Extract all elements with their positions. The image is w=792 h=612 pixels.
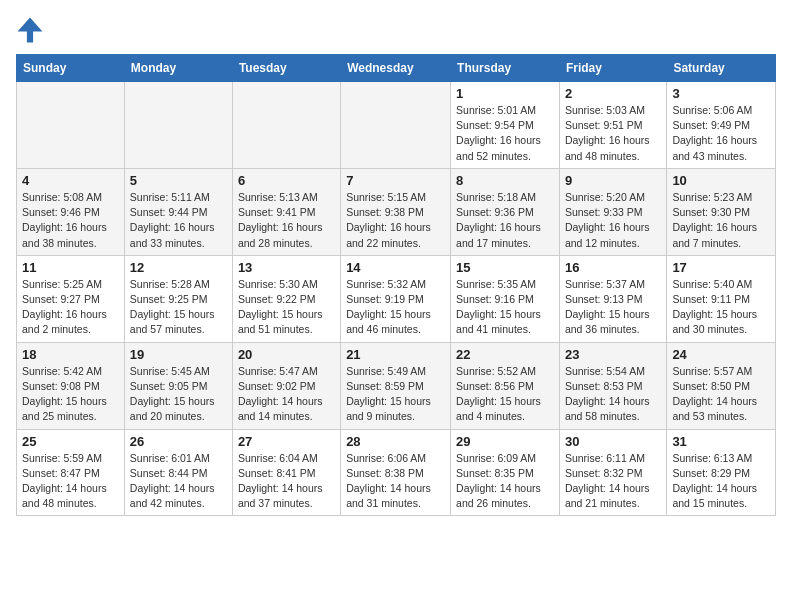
day-number: 5 bbox=[130, 173, 227, 188]
day-cell: 12Sunrise: 5:28 AM Sunset: 9:25 PM Dayli… bbox=[124, 255, 232, 342]
day-number: 8 bbox=[456, 173, 554, 188]
day-cell bbox=[124, 82, 232, 169]
column-header-friday: Friday bbox=[559, 55, 666, 82]
day-number: 26 bbox=[130, 434, 227, 449]
day-number: 1 bbox=[456, 86, 554, 101]
week-row-2: 4Sunrise: 5:08 AM Sunset: 9:46 PM Daylig… bbox=[17, 168, 776, 255]
day-cell: 30Sunrise: 6:11 AM Sunset: 8:32 PM Dayli… bbox=[559, 429, 666, 516]
day-number: 20 bbox=[238, 347, 335, 362]
day-cell: 9Sunrise: 5:20 AM Sunset: 9:33 PM Daylig… bbox=[559, 168, 666, 255]
day-cell: 10Sunrise: 5:23 AM Sunset: 9:30 PM Dayli… bbox=[667, 168, 776, 255]
day-cell: 2Sunrise: 5:03 AM Sunset: 9:51 PM Daylig… bbox=[559, 82, 666, 169]
day-cell: 21Sunrise: 5:49 AM Sunset: 8:59 PM Dayli… bbox=[341, 342, 451, 429]
day-info: Sunrise: 6:13 AM Sunset: 8:29 PM Dayligh… bbox=[672, 451, 770, 512]
logo bbox=[16, 16, 48, 44]
day-cell: 17Sunrise: 5:40 AM Sunset: 9:11 PM Dayli… bbox=[667, 255, 776, 342]
day-info: Sunrise: 5:47 AM Sunset: 9:02 PM Dayligh… bbox=[238, 364, 335, 425]
day-cell: 6Sunrise: 5:13 AM Sunset: 9:41 PM Daylig… bbox=[232, 168, 340, 255]
day-cell: 15Sunrise: 5:35 AM Sunset: 9:16 PM Dayli… bbox=[451, 255, 560, 342]
day-cell: 11Sunrise: 5:25 AM Sunset: 9:27 PM Dayli… bbox=[17, 255, 125, 342]
day-number: 13 bbox=[238, 260, 335, 275]
column-header-monday: Monday bbox=[124, 55, 232, 82]
day-info: Sunrise: 6:09 AM Sunset: 8:35 PM Dayligh… bbox=[456, 451, 554, 512]
day-info: Sunrise: 5:42 AM Sunset: 9:08 PM Dayligh… bbox=[22, 364, 119, 425]
day-info: Sunrise: 6:01 AM Sunset: 8:44 PM Dayligh… bbox=[130, 451, 227, 512]
day-number: 11 bbox=[22, 260, 119, 275]
day-cell: 23Sunrise: 5:54 AM Sunset: 8:53 PM Dayli… bbox=[559, 342, 666, 429]
day-info: Sunrise: 5:13 AM Sunset: 9:41 PM Dayligh… bbox=[238, 190, 335, 251]
day-cell: 24Sunrise: 5:57 AM Sunset: 8:50 PM Dayli… bbox=[667, 342, 776, 429]
week-row-4: 18Sunrise: 5:42 AM Sunset: 9:08 PM Dayli… bbox=[17, 342, 776, 429]
day-number: 18 bbox=[22, 347, 119, 362]
day-info: Sunrise: 5:49 AM Sunset: 8:59 PM Dayligh… bbox=[346, 364, 445, 425]
day-number: 19 bbox=[130, 347, 227, 362]
day-cell: 7Sunrise: 5:15 AM Sunset: 9:38 PM Daylig… bbox=[341, 168, 451, 255]
column-header-thursday: Thursday bbox=[451, 55, 560, 82]
day-number: 24 bbox=[672, 347, 770, 362]
day-info: Sunrise: 5:32 AM Sunset: 9:19 PM Dayligh… bbox=[346, 277, 445, 338]
page-header bbox=[16, 16, 776, 44]
day-number: 30 bbox=[565, 434, 661, 449]
day-info: Sunrise: 6:06 AM Sunset: 8:38 PM Dayligh… bbox=[346, 451, 445, 512]
day-number: 29 bbox=[456, 434, 554, 449]
day-cell: 1Sunrise: 5:01 AM Sunset: 9:54 PM Daylig… bbox=[451, 82, 560, 169]
day-number: 16 bbox=[565, 260, 661, 275]
day-cell: 5Sunrise: 5:11 AM Sunset: 9:44 PM Daylig… bbox=[124, 168, 232, 255]
column-header-tuesday: Tuesday bbox=[232, 55, 340, 82]
column-header-saturday: Saturday bbox=[667, 55, 776, 82]
day-number: 28 bbox=[346, 434, 445, 449]
day-number: 7 bbox=[346, 173, 445, 188]
day-cell: 14Sunrise: 5:32 AM Sunset: 9:19 PM Dayli… bbox=[341, 255, 451, 342]
day-number: 31 bbox=[672, 434, 770, 449]
day-number: 12 bbox=[130, 260, 227, 275]
week-row-3: 11Sunrise: 5:25 AM Sunset: 9:27 PM Dayli… bbox=[17, 255, 776, 342]
day-cell: 31Sunrise: 6:13 AM Sunset: 8:29 PM Dayli… bbox=[667, 429, 776, 516]
day-info: Sunrise: 5:25 AM Sunset: 9:27 PM Dayligh… bbox=[22, 277, 119, 338]
calendar-header: SundayMondayTuesdayWednesdayThursdayFrid… bbox=[17, 55, 776, 82]
column-header-wednesday: Wednesday bbox=[341, 55, 451, 82]
day-info: Sunrise: 6:04 AM Sunset: 8:41 PM Dayligh… bbox=[238, 451, 335, 512]
week-row-1: 1Sunrise: 5:01 AM Sunset: 9:54 PM Daylig… bbox=[17, 82, 776, 169]
day-number: 4 bbox=[22, 173, 119, 188]
day-info: Sunrise: 5:59 AM Sunset: 8:47 PM Dayligh… bbox=[22, 451, 119, 512]
day-cell: 19Sunrise: 5:45 AM Sunset: 9:05 PM Dayli… bbox=[124, 342, 232, 429]
day-number: 2 bbox=[565, 86, 661, 101]
day-info: Sunrise: 5:18 AM Sunset: 9:36 PM Dayligh… bbox=[456, 190, 554, 251]
header-row: SundayMondayTuesdayWednesdayThursdayFrid… bbox=[17, 55, 776, 82]
day-info: Sunrise: 5:01 AM Sunset: 9:54 PM Dayligh… bbox=[456, 103, 554, 164]
day-info: Sunrise: 5:15 AM Sunset: 9:38 PM Dayligh… bbox=[346, 190, 445, 251]
day-cell: 22Sunrise: 5:52 AM Sunset: 8:56 PM Dayli… bbox=[451, 342, 560, 429]
day-number: 3 bbox=[672, 86, 770, 101]
day-number: 27 bbox=[238, 434, 335, 449]
day-info: Sunrise: 6:11 AM Sunset: 8:32 PM Dayligh… bbox=[565, 451, 661, 512]
day-cell: 18Sunrise: 5:42 AM Sunset: 9:08 PM Dayli… bbox=[17, 342, 125, 429]
day-cell: 8Sunrise: 5:18 AM Sunset: 9:36 PM Daylig… bbox=[451, 168, 560, 255]
day-cell: 16Sunrise: 5:37 AM Sunset: 9:13 PM Dayli… bbox=[559, 255, 666, 342]
day-info: Sunrise: 5:08 AM Sunset: 9:46 PM Dayligh… bbox=[22, 190, 119, 251]
day-cell: 13Sunrise: 5:30 AM Sunset: 9:22 PM Dayli… bbox=[232, 255, 340, 342]
day-cell: 27Sunrise: 6:04 AM Sunset: 8:41 PM Dayli… bbox=[232, 429, 340, 516]
day-number: 15 bbox=[456, 260, 554, 275]
day-cell: 29Sunrise: 6:09 AM Sunset: 8:35 PM Dayli… bbox=[451, 429, 560, 516]
week-row-5: 25Sunrise: 5:59 AM Sunset: 8:47 PM Dayli… bbox=[17, 429, 776, 516]
calendar-body: 1Sunrise: 5:01 AM Sunset: 9:54 PM Daylig… bbox=[17, 82, 776, 516]
day-cell: 3Sunrise: 5:06 AM Sunset: 9:49 PM Daylig… bbox=[667, 82, 776, 169]
day-cell: 4Sunrise: 5:08 AM Sunset: 9:46 PM Daylig… bbox=[17, 168, 125, 255]
day-cell bbox=[17, 82, 125, 169]
day-number: 14 bbox=[346, 260, 445, 275]
day-info: Sunrise: 5:30 AM Sunset: 9:22 PM Dayligh… bbox=[238, 277, 335, 338]
day-cell: 26Sunrise: 6:01 AM Sunset: 8:44 PM Dayli… bbox=[124, 429, 232, 516]
day-info: Sunrise: 5:40 AM Sunset: 9:11 PM Dayligh… bbox=[672, 277, 770, 338]
day-info: Sunrise: 5:45 AM Sunset: 9:05 PM Dayligh… bbox=[130, 364, 227, 425]
day-number: 6 bbox=[238, 173, 335, 188]
day-info: Sunrise: 5:03 AM Sunset: 9:51 PM Dayligh… bbox=[565, 103, 661, 164]
logo-icon bbox=[16, 16, 44, 44]
column-header-sunday: Sunday bbox=[17, 55, 125, 82]
day-cell bbox=[232, 82, 340, 169]
day-info: Sunrise: 5:28 AM Sunset: 9:25 PM Dayligh… bbox=[130, 277, 227, 338]
day-number: 23 bbox=[565, 347, 661, 362]
day-info: Sunrise: 5:06 AM Sunset: 9:49 PM Dayligh… bbox=[672, 103, 770, 164]
day-number: 10 bbox=[672, 173, 770, 188]
day-info: Sunrise: 5:11 AM Sunset: 9:44 PM Dayligh… bbox=[130, 190, 227, 251]
day-cell: 25Sunrise: 5:59 AM Sunset: 8:47 PM Dayli… bbox=[17, 429, 125, 516]
